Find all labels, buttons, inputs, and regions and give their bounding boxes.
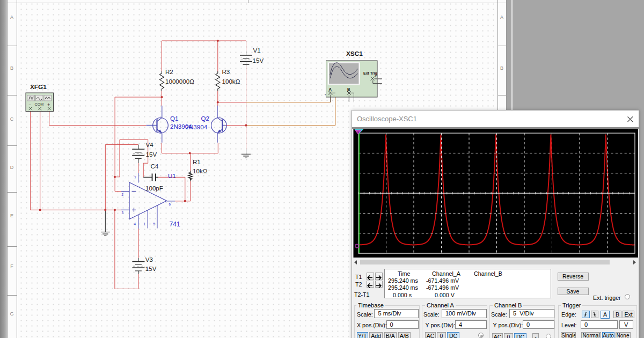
svg-text:Q2: Q2 (201, 115, 209, 122)
svg-text:C4: C4 (151, 163, 159, 170)
svg-text:XFG1: XFG1 (30, 83, 47, 91)
svg-text:7: 7 (134, 176, 136, 180)
svg-text:V4: V4 (146, 141, 154, 148)
svg-text:+: + (325, 93, 326, 96)
svg-text:3: 3 (122, 211, 124, 215)
svg-text:15V: 15V (146, 151, 157, 158)
svg-text:COM: COM (35, 102, 44, 107)
svg-text:100kΩ: 100kΩ (222, 78, 240, 85)
svg-text:+: + (47, 102, 50, 107)
svg-text:V1: V1 (253, 47, 261, 54)
svg-text:10kΩ: 10kΩ (193, 167, 208, 174)
svg-text:2N3904: 2N3904 (186, 123, 208, 130)
svg-text:XSC1: XSC1 (346, 50, 363, 57)
svg-text:5: 5 (153, 222, 156, 226)
svg-text:741: 741 (170, 221, 181, 228)
svg-text:Q1: Q1 (170, 115, 178, 122)
svg-text:R1: R1 (193, 158, 201, 165)
svg-text:B: B (347, 87, 350, 92)
svg-text:U1: U1 (168, 172, 176, 179)
svg-text:V3: V3 (145, 256, 153, 263)
svg-text:−: − (29, 102, 32, 107)
svg-text:6: 6 (169, 202, 171, 206)
svg-text:4: 4 (134, 222, 136, 226)
svg-text:R3: R3 (222, 68, 230, 75)
svg-text:100pF: 100pF (145, 185, 163, 192)
svg-text:A: A (329, 87, 332, 92)
svg-text:15V: 15V (145, 265, 157, 272)
svg-text:1000000Ω: 1000000Ω (165, 78, 194, 85)
svg-text:15V: 15V (253, 57, 264, 64)
svg-text:1: 1 (144, 222, 146, 226)
svg-text:2: 2 (122, 193, 124, 196)
svg-text:R2: R2 (165, 68, 173, 75)
svg-text:+: + (375, 75, 376, 78)
